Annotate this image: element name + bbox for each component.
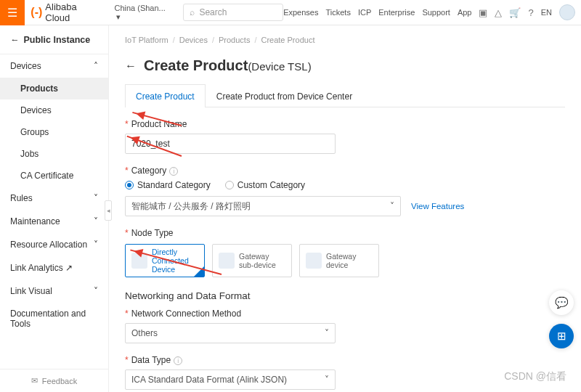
chevron-up-icon: ˄ (94, 61, 98, 71)
sidebar-item-products[interactable]: Products (0, 78, 108, 99)
device-icon (219, 253, 235, 269)
cart-icon[interactable]: 🛒 (509, 7, 521, 18)
nav-enterprise[interactable]: Enterprise (378, 8, 415, 17)
nav-tickets[interactable]: Tickets (325, 8, 350, 17)
menu-icon[interactable]: ☰ (0, 0, 25, 25)
crumb-iot[interactable]: IoT Platform (125, 36, 168, 44)
avatar[interactable] (559, 4, 575, 20)
brand-mark-icon: (-) (31, 6, 42, 19)
product-name-field[interactable] (125, 134, 336, 154)
top-right-nav: Expenses Tickets ICP Enterprise Support … (283, 4, 575, 20)
sidebar-item-devices[interactable]: Devices (0, 99, 108, 121)
info-icon[interactable]: i (174, 356, 182, 365)
sidebar-item-jobs[interactable]: Jobs (0, 143, 108, 165)
breadcrumb: IoT Platform/ Devices/ Products/ Create … (125, 25, 565, 54)
region-selector[interactable]: China (Shan... ▾ (114, 4, 173, 22)
search-placeholder: Search (199, 7, 227, 17)
crumb-products[interactable]: Products (219, 36, 250, 44)
chevron-down-icon: ˅ (94, 193, 98, 203)
nav-group-docs-tools[interactable]: Documentation and Tools (0, 303, 108, 335)
crumb-create-product: Create Product (261, 36, 314, 44)
node-card-gateway[interactable]: Gateway device (299, 244, 379, 277)
nav-group-rules[interactable]: Rules˅ (0, 187, 108, 210)
topbar: ☰ (-) Alibaba Cloud China (Shan... ▾ ⌕ S… (0, 0, 581, 25)
brand-logo[interactable]: (-) Alibaba Cloud (31, 1, 102, 23)
nav-app[interactable]: App (458, 8, 472, 17)
chevron-down-icon: ˅ (325, 375, 329, 385)
nav-group-resource-allocation[interactable]: Resource Allocation˅ (0, 233, 108, 256)
float-buttons: 💬 ⊞ (549, 290, 574, 348)
chevron-down-icon: ˅ (94, 240, 98, 250)
nav-group-link-analytics[interactable]: Link Analytics ↗ (0, 256, 108, 279)
node-card-sub-device[interactable]: Gateway sub-device (212, 244, 292, 277)
chevron-down-icon: ˅ (325, 328, 329, 338)
category-select[interactable]: 智能城市 / 公共服务 / 路灯照明˅ (125, 196, 401, 216)
back-arrow-icon: ← (10, 35, 20, 45)
tab-create-product[interactable]: Create Product (125, 84, 206, 107)
radio-standard-category[interactable]: Standard Category (125, 180, 211, 190)
product-name-label: Product Name (125, 119, 565, 129)
crumb-devices[interactable]: Devices (179, 36, 208, 44)
tab-create-from-device-center[interactable]: Create Product from Device Center (206, 84, 363, 107)
category-label: Categoryi (125, 166, 565, 176)
sidebar-item-groups[interactable]: Groups (0, 121, 108, 143)
create-product-form: Product Name Categoryi Standard Category… (125, 119, 565, 392)
nav-group-devices[interactable]: Devices˄ (0, 54, 108, 78)
chevron-down-icon: ˅ (94, 286, 98, 296)
cloudshell-icon[interactable]: ▣ (479, 7, 487, 18)
data-type-select[interactable]: ICA Standard Data Format (Alink JSON)˅ (125, 369, 336, 390)
network-method-select[interactable]: Others˅ (125, 323, 336, 343)
title-back-icon[interactable]: ← (125, 60, 137, 73)
feedback-button[interactable]: ✉Feedback (0, 369, 108, 392)
lang-switch[interactable]: EN (541, 8, 552, 17)
nav-icp[interactable]: ICP (358, 8, 371, 17)
nav-expenses[interactable]: Expenses (283, 8, 318, 17)
node-type-label: Node Type (125, 228, 565, 238)
search-input[interactable]: ⌕ Search (183, 4, 283, 21)
chevron-down-icon: ˅ (390, 201, 394, 211)
network-method-label: Network Connection Method (125, 309, 565, 319)
sidebar-collapse-handle[interactable]: ◂ (105, 200, 112, 221)
page-title: ← Create Product(Device TSL) (125, 57, 565, 74)
networking-section-header: Networking and Data Format (125, 290, 565, 301)
apps-icon[interactable]: ⊞ (549, 324, 574, 348)
nav-group-link-visual[interactable]: Link Visual˅ (0, 279, 108, 303)
tabs: Create Product Create Product from Devic… (125, 84, 565, 107)
sidebar-item-ca-certificate[interactable]: CA Certificate (0, 165, 108, 187)
chat-icon[interactable]: 💬 (549, 290, 574, 315)
notification-icon[interactable]: △ (495, 7, 502, 18)
view-features-link[interactable]: View Features (411, 202, 464, 211)
public-instance-back[interactable]: ← Public Instance (0, 25, 108, 54)
feedback-icon: ✉ (31, 376, 38, 385)
help-icon[interactable]: ? (528, 7, 533, 18)
sidebar: ← Public Instance Devices˄ Products Devi… (0, 25, 109, 392)
data-type-label: Data Typei (125, 355, 565, 365)
nav-group-maintenance[interactable]: Maintenance˅ (0, 210, 108, 233)
info-icon[interactable]: i (169, 167, 178, 176)
nav-support[interactable]: Support (422, 8, 450, 17)
main-content: IoT Platform/ Devices/ Products/ Create … (109, 25, 581, 392)
device-icon (306, 253, 322, 269)
search-icon: ⌕ (190, 7, 195, 17)
radio-custom-category[interactable]: Custom Category (225, 180, 305, 190)
chevron-down-icon: ˅ (94, 216, 98, 226)
brand-text: Alibaba Cloud (45, 1, 102, 23)
